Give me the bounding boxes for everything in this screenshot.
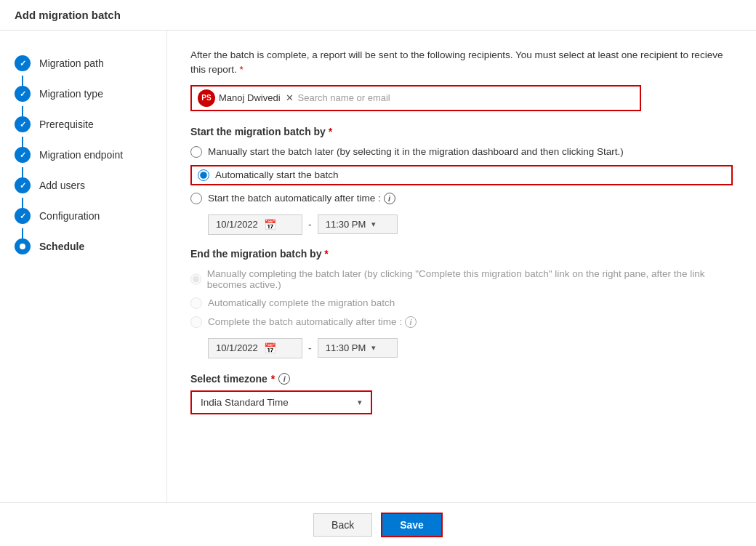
time-chevron-icon: ▾ bbox=[371, 220, 376, 229]
auto-start-row[interactable]: Automatically start the batch bbox=[190, 165, 733, 185]
end-required-marker: * bbox=[324, 248, 328, 260]
sidebar-item-migration-endpoint[interactable]: ✓ Migration endpoint bbox=[0, 140, 166, 170]
start-time-value: 11:30 PM bbox=[326, 219, 366, 230]
date-time-separator: - bbox=[308, 219, 312, 230]
timezone-info-icon[interactable]: i bbox=[278, 373, 290, 385]
manual-start-radio[interactable] bbox=[190, 146, 202, 158]
step-circle-schedule bbox=[15, 238, 31, 254]
avatar: PS bbox=[198, 89, 215, 107]
end-date-input[interactable]: 10/1/2022 📅 bbox=[208, 338, 302, 358]
timezone-required-marker: * bbox=[271, 373, 275, 385]
timezone-label: Select timezone * i bbox=[190, 373, 733, 385]
end-batch-heading: End the migration batch by * bbox=[190, 248, 733, 260]
step-circle-add-users: ✓ bbox=[15, 177, 31, 193]
step-circle-migration-path: ✓ bbox=[15, 55, 31, 71]
step-label-add-users: Add users bbox=[39, 180, 85, 191]
sidebar-item-migration-type[interactable]: ✓ Migration type bbox=[0, 79, 166, 109]
checkmark-icon: ✓ bbox=[20, 181, 26, 190]
end-calendar-icon[interactable]: 📅 bbox=[264, 342, 276, 354]
auto-start-label: Automatically start the batch bbox=[215, 169, 339, 180]
end-date-value: 10/1/2022 bbox=[216, 342, 258, 353]
sidebar-item-prerequisite[interactable]: ✓ Prerequisite bbox=[0, 109, 166, 140]
step-label-configuration: Configuration bbox=[39, 210, 100, 222]
end-manual-row[interactable]: Manually completing the batch later (by … bbox=[190, 268, 733, 290]
start-datetime-row: 10/1/2022 📅 - 11:30 PM ▾ bbox=[208, 214, 733, 235]
footer: Back Save bbox=[0, 502, 756, 546]
start-time-select[interactable]: 11:30 PM ▾ bbox=[318, 214, 398, 234]
checkmark-icon: ✓ bbox=[20, 59, 26, 68]
sidebar-item-configuration[interactable]: ✓ Configuration bbox=[0, 201, 166, 231]
checkmark-icon: ✓ bbox=[20, 150, 26, 160]
checkmark-icon: ✓ bbox=[20, 120, 26, 129]
dot-icon bbox=[20, 244, 25, 249]
recipient-search-input[interactable]: Search name or email bbox=[298, 92, 634, 103]
step-circle-migration-type: ✓ bbox=[15, 86, 31, 102]
sidebar-item-add-users[interactable]: ✓ Add users bbox=[0, 170, 166, 201]
step-label-schedule: Schedule bbox=[39, 241, 84, 252]
save-button[interactable]: Save bbox=[381, 513, 443, 537]
start-batch-heading: Start the migration batch by * bbox=[190, 126, 733, 137]
timezone-value: India Standard Time bbox=[201, 397, 289, 408]
timezone-label-text: Select timezone bbox=[190, 373, 268, 385]
start-time-info-icon[interactable]: i bbox=[384, 193, 395, 204]
recipient-tag: PS Manoj Dwivedi ✕ bbox=[198, 89, 294, 107]
remove-recipient-button[interactable]: ✕ bbox=[286, 92, 294, 103]
start-after-label: Start the batch automatically after time… bbox=[208, 193, 395, 204]
auto-complete-radio[interactable] bbox=[190, 297, 202, 309]
required-marker: * bbox=[240, 64, 244, 75]
calendar-icon[interactable]: 📅 bbox=[264, 219, 276, 230]
start-date-input[interactable]: 10/1/2022 📅 bbox=[208, 214, 302, 235]
report-description: After the batch is complete, a report wi… bbox=[190, 48, 733, 78]
back-button[interactable]: Back bbox=[313, 513, 372, 537]
auto-complete-row[interactable]: Automatically complete the migration bat… bbox=[190, 297, 733, 309]
start-after-time-row[interactable]: Start the batch automatically after time… bbox=[190, 193, 733, 204]
auto-start-radio[interactable] bbox=[198, 169, 209, 181]
step-circle-configuration: ✓ bbox=[15, 208, 31, 224]
checkmark-icon: ✓ bbox=[20, 212, 26, 221]
end-after-label: Complete the batch automatically after t… bbox=[208, 316, 417, 328]
step-label-migration-type: Migration type bbox=[39, 88, 103, 100]
end-time-info-icon[interactable]: i bbox=[405, 316, 417, 328]
manual-end-radio[interactable] bbox=[190, 273, 201, 285]
page-title: Add migration batch bbox=[0, 0, 756, 31]
start-required-marker: * bbox=[329, 126, 332, 137]
checkmark-icon: ✓ bbox=[20, 89, 26, 99]
end-time-value: 11:30 PM bbox=[326, 342, 366, 353]
recipient-name: Manoj Dwivedi bbox=[219, 92, 281, 103]
step-circle-prerequisite: ✓ bbox=[15, 116, 31, 132]
end-after-radio[interactable] bbox=[190, 316, 202, 328]
recipient-box[interactable]: PS Manoj Dwivedi ✕ Search name or email bbox=[190, 85, 641, 111]
end-batch-options: Manually completing the batch later (by … bbox=[190, 268, 733, 358]
manual-end-label: Manually completing the batch later (by … bbox=[207, 268, 733, 290]
end-time-select[interactable]: 11:30 PM ▾ bbox=[318, 338, 398, 358]
step-label-migration-path: Migration path bbox=[39, 57, 104, 69]
end-time-chevron-icon: ▾ bbox=[371, 343, 376, 353]
timezone-chevron-icon: ▾ bbox=[358, 398, 362, 407]
timezone-section: Select timezone * i India Standard Time … bbox=[190, 373, 733, 414]
end-after-time-row[interactable]: Complete the batch automatically after t… bbox=[190, 316, 733, 328]
step-label-migration-endpoint: Migration endpoint bbox=[39, 149, 123, 161]
step-label-prerequisite: Prerequisite bbox=[39, 119, 94, 130]
sidebar-item-migration-path[interactable]: ✓ Migration path bbox=[0, 48, 166, 79]
step-circle-migration-endpoint: ✓ bbox=[15, 147, 31, 163]
main-content: After the batch is complete, a report wi… bbox=[167, 31, 756, 544]
sidebar: ✓ Migration path ✓ Migration type ✓ Prer… bbox=[0, 31, 167, 544]
timezone-select[interactable]: India Standard Time ▾ bbox=[190, 390, 372, 414]
sidebar-item-schedule[interactable]: Schedule bbox=[0, 231, 166, 254]
start-manual-row[interactable]: Manually start the batch later (by selec… bbox=[190, 146, 733, 158]
start-date-value: 10/1/2022 bbox=[216, 219, 258, 230]
end-date-time-separator: - bbox=[308, 342, 312, 354]
end-datetime-row: 10/1/2022 📅 - 11:30 PM ▾ bbox=[208, 338, 733, 358]
auto-complete-label: Automatically complete the migration bat… bbox=[208, 297, 395, 308]
manual-start-label: Manually start the batch later (by selec… bbox=[208, 146, 624, 157]
start-batch-options: Manually start the batch later (by selec… bbox=[190, 146, 733, 235]
start-after-radio[interactable] bbox=[190, 193, 202, 204]
